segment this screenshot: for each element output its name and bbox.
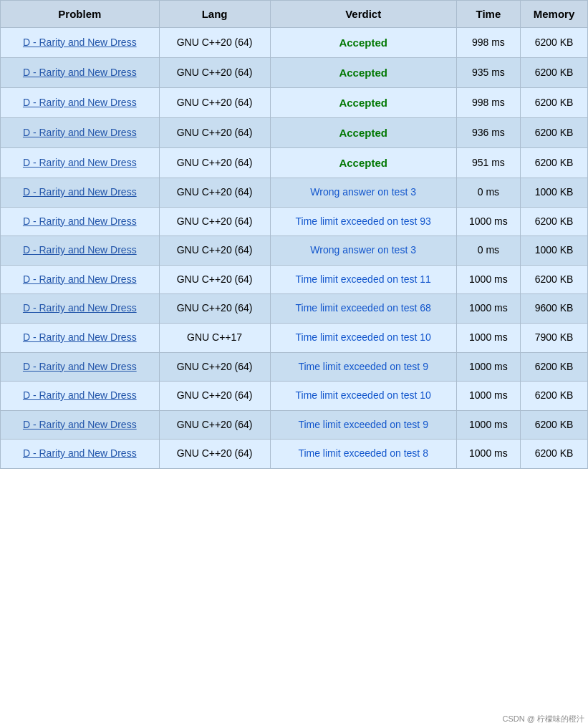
col-header-time: Time [456,1,520,28]
verdict-cell: Time limit exceeded on test 10 [270,323,456,352]
verdict-cell: Time limit exceeded on test 9 [270,410,456,440]
lang-cell: GNU C++20 (64) [159,88,270,118]
verdict-cell: Time limit exceeded on test 10 [270,382,456,411]
time-cell: 1000 ms [456,265,520,294]
memory-cell: 1000 KB [520,178,587,208]
verdict-cell: Accepted [270,88,456,118]
problem-link[interactable]: D - Rarity and New Dress [23,361,137,372]
verdict-cell: Wrong answer on test 3 [270,178,456,208]
verdict-cell: Wrong answer on test 3 [270,236,456,266]
problem-cell: D - Rarity and New Dress [1,323,160,352]
table-row: D - Rarity and New DressGNU C++20 (64)Ac… [1,28,588,58]
problem-link[interactable]: D - Rarity and New Dress [23,331,137,343]
lang-cell: GNU C++20 (64) [159,236,270,266]
problem-cell: D - Rarity and New Dress [1,148,160,178]
problem-cell: D - Rarity and New Dress [1,207,160,236]
memory-cell: 6200 KB [520,382,587,411]
problem-link[interactable]: D - Rarity and New Dress [23,127,137,138]
problem-link[interactable]: D - Rarity and New Dress [23,389,137,401]
lang-cell: GNU C++20 (64) [159,382,270,411]
problem-link[interactable]: D - Rarity and New Dress [23,447,137,459]
time-cell: 1000 ms [456,440,520,469]
verdict-cell: Accepted [270,118,456,148]
col-header-verdict: Verdict [270,1,456,28]
problem-link[interactable]: D - Rarity and New Dress [23,419,137,430]
table-row: D - Rarity and New DressGNU C++20 (64)Ti… [1,410,588,440]
time-cell: 0 ms [456,236,520,266]
submissions-table: Problem Lang Verdict Time Memory D - Rar… [0,0,588,469]
lang-cell: GNU C++17 [159,323,270,352]
lang-cell: GNU C++20 (64) [159,440,270,469]
lang-cell: GNU C++20 (64) [159,294,270,324]
memory-cell: 6200 KB [520,88,587,118]
table-row: D - Rarity and New DressGNU C++20 (64)Ti… [1,440,588,469]
col-header-problem: Problem [1,1,160,28]
time-cell: 1000 ms [456,382,520,411]
time-cell: 1000 ms [456,352,520,382]
memory-cell: 6200 KB [520,410,587,440]
lang-cell: GNU C++20 (64) [159,58,270,88]
lang-cell: GNU C++20 (64) [159,178,270,208]
table-row: D - Rarity and New DressGNU C++20 (64)Ti… [1,265,588,294]
lang-cell: GNU C++20 (64) [159,352,270,382]
table-row: D - Rarity and New DressGNU C++20 (64)Ti… [1,207,588,236]
problem-cell: D - Rarity and New Dress [1,88,160,118]
problem-link[interactable]: D - Rarity and New Dress [23,157,137,168]
verdict-cell: Time limit exceeded on test 93 [270,207,456,236]
problem-link[interactable]: D - Rarity and New Dress [23,302,137,314]
time-cell: 1000 ms [456,207,520,236]
problem-cell: D - Rarity and New Dress [1,265,160,294]
table-row: D - Rarity and New DressGNU C++20 (64)Ac… [1,58,588,88]
table-row: D - Rarity and New DressGNU C++20 (64)Ac… [1,148,588,178]
time-cell: 935 ms [456,58,520,88]
verdict-cell: Time limit exceeded on test 9 [270,352,456,382]
time-cell: 0 ms [456,178,520,208]
memory-cell: 6200 KB [520,28,587,58]
memory-cell: 6200 KB [520,440,587,469]
problem-cell: D - Rarity and New Dress [1,118,160,148]
time-cell: 951 ms [456,148,520,178]
verdict-cell: Accepted [270,58,456,88]
memory-cell: 1000 KB [520,236,587,266]
col-header-lang: Lang [159,1,270,28]
problem-cell: D - Rarity and New Dress [1,352,160,382]
verdict-cell: Time limit exceeded on test 8 [270,440,456,469]
verdict-cell: Time limit exceeded on test 11 [270,265,456,294]
lang-cell: GNU C++20 (64) [159,207,270,236]
lang-cell: GNU C++20 (64) [159,148,270,178]
table-row: D - Rarity and New DressGNU C++20 (64)Ac… [1,88,588,118]
time-cell: 1000 ms [456,323,520,352]
memory-cell: 6200 KB [520,265,587,294]
verdict-cell: Accepted [270,28,456,58]
problem-link[interactable]: D - Rarity and New Dress [23,97,137,108]
problem-link[interactable]: D - Rarity and New Dress [23,273,137,285]
verdict-cell: Time limit exceeded on test 68 [270,294,456,324]
memory-cell: 9600 KB [520,294,587,324]
lang-cell: GNU C++20 (64) [159,28,270,58]
time-cell: 998 ms [456,28,520,58]
table-row: D - Rarity and New DressGNU C++20 (64)Wr… [1,178,588,208]
memory-cell: 6200 KB [520,352,587,382]
memory-cell: 6200 KB [520,58,587,88]
time-cell: 936 ms [456,118,520,148]
table-row: D - Rarity and New DressGNU C++20 (64)Ti… [1,382,588,411]
table-row: D - Rarity and New DressGNU C++20 (64)Ti… [1,294,588,324]
problem-cell: D - Rarity and New Dress [1,178,160,208]
memory-cell: 6200 KB [520,207,587,236]
time-cell: 998 ms [456,88,520,118]
problem-link[interactable]: D - Rarity and New Dress [23,215,137,227]
problem-cell: D - Rarity and New Dress [1,410,160,440]
table-row: D - Rarity and New DressGNU C++20 (64)Wr… [1,236,588,266]
problem-cell: D - Rarity and New Dress [1,58,160,88]
col-header-memory: Memory [520,1,587,28]
memory-cell: 7900 KB [520,323,587,352]
problem-cell: D - Rarity and New Dress [1,294,160,324]
problem-cell: D - Rarity and New Dress [1,382,160,411]
lang-cell: GNU C++20 (64) [159,118,270,148]
problem-link[interactable]: D - Rarity and New Dress [23,67,137,78]
problem-link[interactable]: D - Rarity and New Dress [23,37,137,48]
memory-cell: 6200 KB [520,118,587,148]
problem-link[interactable]: D - Rarity and New Dress [23,244,137,256]
table-header-row: Problem Lang Verdict Time Memory [1,1,588,28]
problem-link[interactable]: D - Rarity and New Dress [23,186,137,198]
